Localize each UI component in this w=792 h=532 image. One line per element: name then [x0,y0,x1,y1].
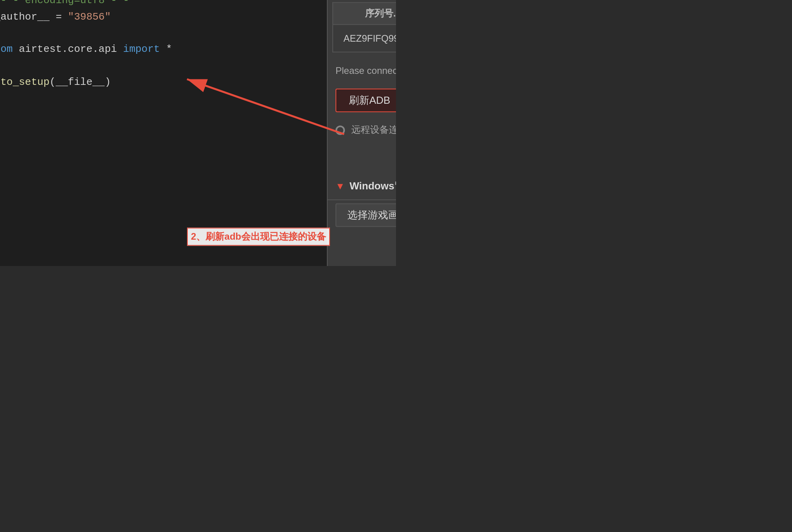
select-game-window-button[interactable]: 选择游戏画面 [336,204,396,227]
col-serial: 序列号. [333,3,396,25]
adb-buttons: 刷新ADB 重启ADB [336,89,396,112]
script-editor-panel: 脚本编辑窗 ⧉ ✕ script1.air ✕ ＋ ▼ [0,0,327,266]
remote-radio[interactable] [336,125,345,135]
ios-section-header[interactable]: ▼ 连接iOS设备 [328,265,396,266]
adb-section: 刷新ADB 重启ADB [328,83,396,119]
device-row: AEZ9FIFQ9999... device connect ▼ [333,25,396,52]
device-serial: AEZ9FIFQ9999... [333,25,396,52]
windows-section: 选择游戏画面 搜索窗口 ⊞ [328,200,396,233]
code-content[interactable]: # -*- encoding=utf8 -*- __author__ = "39… [0,0,327,266]
remote-connect-label: 远程设备连接 [351,123,396,137]
device-table: 序列号. 设备状态 操作 AEZ9FIFQ9999... device conn… [332,2,396,53]
windows-buttons: 选择游戏画面 搜索窗口 ⊞ [336,204,396,227]
windows-section-arrow: ▼ [336,181,345,192]
device-table-container: 序列号. 设备状态 操作 AEZ9FIFQ9999... device conn… [328,0,396,59]
remote-connect-section: 远程设备连接 [328,119,396,141]
code-editor[interactable]: 1 2 3 4 5 6 7 # -*- encoding=utf8 -*- __… [0,0,327,266]
device-connect-status: Please connect your phone... [328,59,396,83]
main-content: Airtest辅助窗 ⧉ ✕ All + ⧉ [0,0,396,266]
refresh-adb-button[interactable]: 刷新ADB [336,89,396,112]
windows-section-header[interactable]: ▼ Windows窗口连接 [328,173,396,200]
center-panel: 脚本编辑窗 ⧉ ✕ script1.air ✕ ＋ ▼ [0,0,327,266]
windows-section-title: Windows窗口连接 [350,179,396,193]
device-panel: 设备窗 ⟳ ⧉ ▼ 移动设备连接 序列号. 设备状态 操作 [327,0,396,266]
